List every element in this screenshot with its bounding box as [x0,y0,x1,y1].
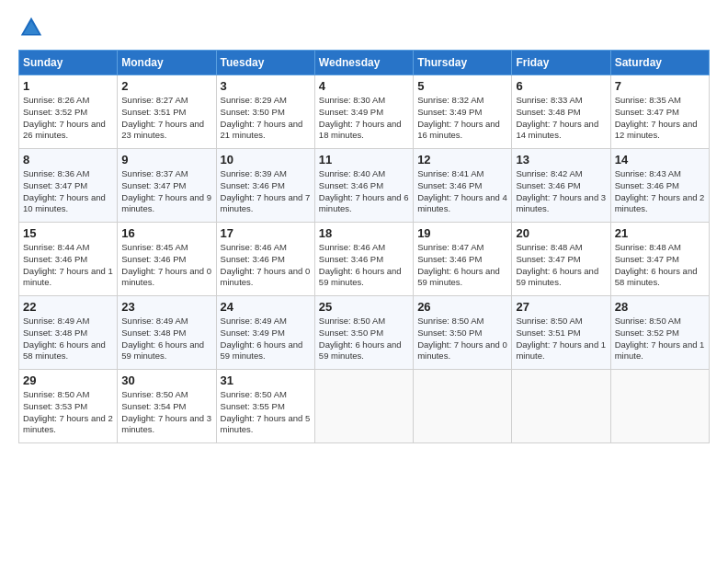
calendar-cell: 3 Sunrise: 8:29 AM Sunset: 3:50 PM Dayli… [216,75,314,149]
day-number: 16 [121,226,211,240]
sunrise-text: Sunrise: 8:39 AM [221,168,287,178]
sunset-text: Sunset: 3:46 PM [417,180,482,190]
daylight-text: Daylight: 7 hours and 3 minutes. [121,413,211,435]
cell-content: Sunrise: 8:50 AM Sunset: 3:53 PM Dayligh… [23,389,113,436]
cell-content: Sunrise: 8:47 AM Sunset: 3:46 PM Dayligh… [417,242,507,289]
sunrise-text: Sunrise: 8:50 AM [121,389,188,399]
daylight-text: Daylight: 7 hours and 10 minutes. [23,192,106,214]
calendar-cell: 14 Sunrise: 8:43 AM Sunset: 3:46 PM Dayl… [610,149,709,223]
sunset-text: Sunset: 3:46 PM [23,254,87,264]
daylight-text: Daylight: 6 hours and 59 minutes. [319,339,402,362]
calendar-week-5: 29 Sunrise: 8:50 AM Sunset: 3:53 PM Dayl… [19,370,710,443]
calendar-cell: 13 Sunrise: 8:42 AM Sunset: 3:46 PM Dayl… [512,149,610,223]
sunrise-text: Sunrise: 8:46 AM [319,242,385,252]
day-number: 6 [516,79,606,93]
daylight-text: Daylight: 6 hours and 59 minutes. [417,266,500,288]
sunrise-text: Sunrise: 8:35 AM [615,95,681,105]
sunset-text: Sunset: 3:52 PM [615,327,679,338]
calendar-week-4: 22 Sunrise: 8:49 AM Sunset: 3:48 PM Dayl… [19,296,710,370]
sunrise-text: Sunrise: 8:32 AM [417,95,483,105]
cell-content: Sunrise: 8:49 AM Sunset: 3:48 PM Dayligh… [23,316,113,362]
cell-content: Sunrise: 8:48 AM Sunset: 3:47 PM Dayligh… [615,242,705,289]
calendar-cell: 7 Sunrise: 8:35 AM Sunset: 3:47 PM Dayli… [610,75,709,149]
weekday-header-monday: Monday [118,51,216,75]
daylight-text: Daylight: 7 hours and 16 minutes. [417,119,500,141]
daylight-text: Daylight: 7 hours and 4 minutes. [417,192,507,214]
sunrise-text: Sunrise: 8:48 AM [615,242,681,252]
sunset-text: Sunset: 3:48 PM [516,107,580,117]
calendar-cell: 29 Sunrise: 8:50 AM Sunset: 3:53 PM Dayl… [19,370,118,443]
sunset-text: Sunset: 3:52 PM [23,107,87,117]
day-number: 9 [121,153,211,167]
sunrise-text: Sunrise: 8:46 AM [221,242,287,252]
day-number: 10 [221,153,311,167]
sunset-text: Sunset: 3:54 PM [121,401,186,411]
sunset-text: Sunset: 3:46 PM [516,180,580,190]
sunset-text: Sunset: 3:50 PM [319,327,383,338]
daylight-text: Daylight: 7 hours and 14 minutes. [516,119,598,141]
cell-content: Sunrise: 8:50 AM Sunset: 3:55 PM Dayligh… [221,389,311,436]
day-number: 11 [319,153,409,167]
calendar-cell [414,370,512,443]
cell-content: Sunrise: 8:50 AM Sunset: 3:54 PM Dayligh… [121,389,211,436]
day-number: 18 [319,226,409,240]
daylight-text: Daylight: 7 hours and 18 minutes. [319,119,402,141]
daylight-text: Daylight: 7 hours and 1 minute. [615,339,705,362]
sunrise-text: Sunrise: 8:50 AM [516,316,582,326]
calendar-cell: 4 Sunrise: 8:30 AM Sunset: 3:49 PM Dayli… [314,75,413,149]
day-number: 17 [221,226,311,240]
sunrise-text: Sunrise: 8:49 AM [23,316,89,326]
cell-content: Sunrise: 8:41 AM Sunset: 3:46 PM Dayligh… [417,168,507,215]
daylight-text: Daylight: 7 hours and 7 minutes. [221,192,311,214]
sunrise-text: Sunrise: 8:40 AM [319,168,385,178]
calendar-cell: 25 Sunrise: 8:50 AM Sunset: 3:50 PM Dayl… [314,296,413,370]
day-number: 2 [121,79,211,93]
logo [18,15,48,40]
sunrise-text: Sunrise: 8:44 AM [23,242,89,252]
cell-content: Sunrise: 8:44 AM Sunset: 3:46 PM Dayligh… [23,242,113,289]
sunset-text: Sunset: 3:46 PM [417,254,482,264]
daylight-text: Daylight: 7 hours and 3 minutes. [516,192,606,214]
sunset-text: Sunset: 3:49 PM [417,107,482,117]
day-number: 20 [516,226,606,240]
sunset-text: Sunset: 3:46 PM [319,254,383,264]
daylight-text: Daylight: 7 hours and 1 minute. [516,339,606,362]
daylight-text: Daylight: 7 hours and 12 minutes. [615,119,698,141]
sunset-text: Sunset: 3:46 PM [221,180,285,190]
sunset-text: Sunset: 3:55 PM [221,401,285,411]
cell-content: Sunrise: 8:49 AM Sunset: 3:48 PM Dayligh… [121,316,211,362]
calendar-cell: 28 Sunrise: 8:50 AM Sunset: 3:52 PM Dayl… [610,296,709,370]
daylight-text: Daylight: 7 hours and 6 minutes. [319,192,409,214]
sunrise-text: Sunrise: 8:37 AM [121,168,188,178]
day-number: 4 [319,79,409,93]
cell-content: Sunrise: 8:40 AM Sunset: 3:46 PM Dayligh… [319,168,409,215]
calendar-cell [512,370,610,443]
calendar-cell: 22 Sunrise: 8:49 AM Sunset: 3:48 PM Dayl… [19,296,118,370]
sunrise-text: Sunrise: 8:49 AM [221,316,287,326]
calendar-cell: 23 Sunrise: 8:49 AM Sunset: 3:48 PM Dayl… [118,296,216,370]
sunset-text: Sunset: 3:50 PM [417,327,482,338]
sunrise-text: Sunrise: 8:33 AM [516,95,582,105]
calendar-cell: 19 Sunrise: 8:47 AM Sunset: 3:46 PM Dayl… [414,223,512,296]
calendar-week-3: 15 Sunrise: 8:44 AM Sunset: 3:46 PM Dayl… [19,223,710,296]
calendar-cell: 21 Sunrise: 8:48 AM Sunset: 3:47 PM Dayl… [610,223,709,296]
day-number: 1 [23,79,113,93]
calendar-cell: 24 Sunrise: 8:49 AM Sunset: 3:49 PM Dayl… [216,296,314,370]
sunset-text: Sunset: 3:47 PM [121,180,186,190]
sunrise-text: Sunrise: 8:29 AM [221,95,287,105]
sunset-text: Sunset: 3:46 PM [615,180,679,190]
cell-content: Sunrise: 8:43 AM Sunset: 3:46 PM Dayligh… [615,168,705,215]
sunrise-text: Sunrise: 8:50 AM [615,316,681,326]
sunrise-text: Sunrise: 8:50 AM [319,316,385,326]
calendar-cell: 26 Sunrise: 8:50 AM Sunset: 3:50 PM Dayl… [414,296,512,370]
cell-content: Sunrise: 8:50 AM Sunset: 3:52 PM Dayligh… [615,316,705,362]
weekday-header-thursday: Thursday [414,51,512,75]
calendar-cell [610,370,709,443]
sunset-text: Sunset: 3:51 PM [121,107,186,117]
weekday-header-tuesday: Tuesday [216,51,314,75]
day-number: 28 [615,300,705,314]
sunset-text: Sunset: 3:49 PM [221,327,285,338]
sunrise-text: Sunrise: 8:50 AM [417,316,483,326]
logo-icon [18,15,44,40]
day-number: 19 [417,226,507,240]
